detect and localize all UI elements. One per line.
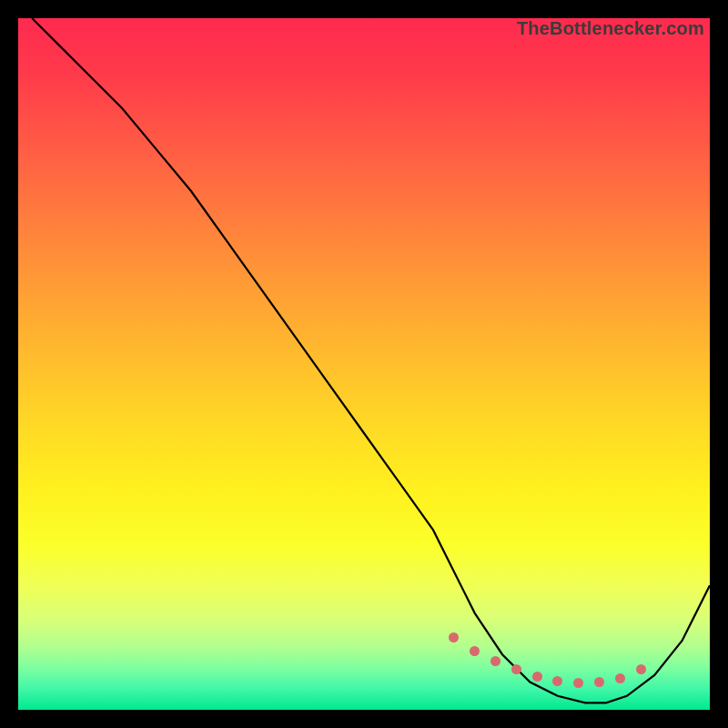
plot-area: TheBottlenecker.com: [18, 18, 710, 710]
optimal-range-markers: [18, 18, 710, 710]
optimal-marker: [594, 677, 604, 687]
chart-frame: TheBottlenecker.com: [0, 0, 728, 728]
optimal-marker: [470, 646, 480, 656]
optimal-marker: [573, 678, 583, 688]
optimal-marker: [615, 673, 625, 683]
optimal-marker: [511, 664, 521, 674]
optimal-marker: [449, 632, 459, 642]
optimal-marker: [490, 656, 500, 666]
watermark-text: TheBottlenecker.com: [517, 18, 704, 39]
optimal-marker: [552, 676, 562, 686]
optimal-marker: [532, 672, 542, 682]
optimal-marker: [636, 664, 646, 674]
